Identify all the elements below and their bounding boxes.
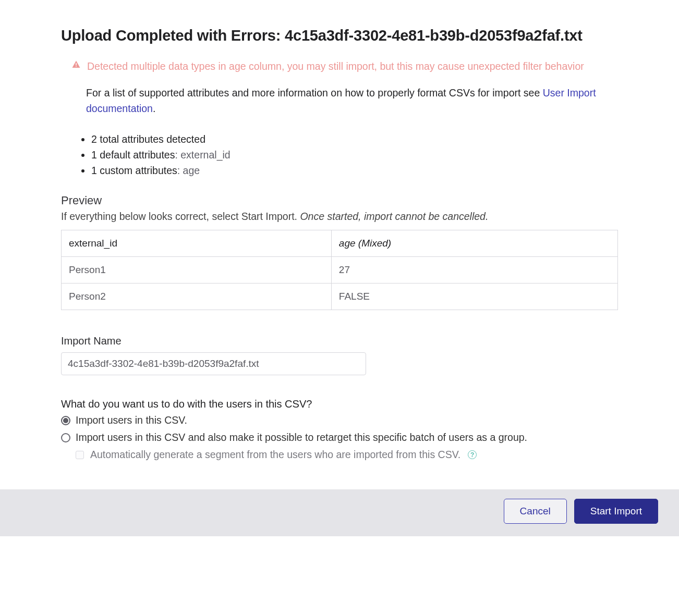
start-import-button[interactable]: Start Import: [574, 499, 658, 524]
checkbox-icon: [76, 451, 84, 459]
svg-rect-0: [76, 63, 77, 66]
radio-icon: [61, 433, 70, 442]
warning-icon: [71, 59, 81, 71]
what-to-do-heading: What do you want us to do with the users…: [61, 398, 618, 410]
warning-banner: Detected multiple data types in age colu…: [71, 59, 618, 73]
attr-custom: 1 custom attributes: age: [91, 163, 618, 178]
cell-external-id: Person2: [62, 284, 332, 310]
auto-segment-checkbox-row[interactable]: Automatically generate a segment from th…: [76, 449, 618, 461]
table-header-row: external_id age (Mixed): [62, 230, 618, 257]
cell-external-id: Person1: [62, 257, 332, 284]
cell-age: 27: [331, 257, 617, 284]
table-row: Person1 27: [62, 257, 618, 284]
import-name-input[interactable]: [61, 352, 366, 375]
cell-age: FALSE: [331, 284, 617, 310]
attr-total: 2 total attributes detected: [91, 131, 618, 147]
attributes-summary: 2 total attributes detected 1 default at…: [80, 131, 618, 179]
import-name-label: Import Name: [61, 335, 618, 347]
svg-rect-1: [76, 66, 77, 67]
preview-heading: Preview: [61, 194, 618, 207]
radio-icon: [61, 416, 70, 425]
radio-label: Import users in this CSV.: [76, 414, 187, 426]
help-prefix: For a list of supported attributes and m…: [86, 87, 543, 98]
help-icon[interactable]: ?: [468, 450, 477, 459]
cancel-button[interactable]: Cancel: [504, 499, 567, 524]
page-title: Upload Completed with Errors: 4c15a3df-3…: [61, 27, 618, 44]
radio-import-and-retarget[interactable]: Import users in this CSV and also make i…: [61, 432, 618, 443]
col-age: age (Mixed): [331, 230, 617, 257]
radio-import-only[interactable]: Import users in this CSV.: [61, 414, 618, 426]
preview-instruction: If everything below looks correct, selec…: [61, 211, 618, 223]
help-suffix: .: [153, 103, 155, 114]
footer-actions: Cancel Start Import: [0, 489, 679, 536]
warning-text: Detected multiple data types in age colu…: [87, 59, 584, 73]
help-text: For a list of supported attributes and m…: [86, 85, 618, 116]
checkbox-label: Automatically generate a segment from th…: [90, 449, 460, 461]
col-external-id: external_id: [62, 230, 332, 257]
attr-default: 1 default attributes: external_id: [91, 147, 618, 163]
radio-label: Import users in this CSV and also make i…: [76, 432, 527, 443]
preview-table: external_id age (Mixed) Person1 27 Perso…: [61, 230, 618, 310]
table-row: Person2 FALSE: [62, 284, 618, 310]
